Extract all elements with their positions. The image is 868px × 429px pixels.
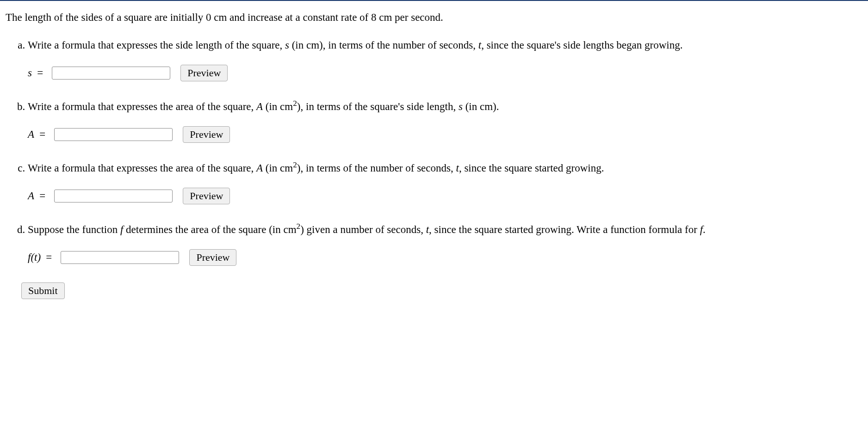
- part-b-text-before: Write a formula that expresses the area …: [28, 101, 256, 112]
- part-a-prompt: Write a formula that expresses the side …: [28, 39, 682, 51]
- part-a-var-s: s: [285, 39, 289, 51]
- part-c-answer-row: A = Preview: [28, 188, 862, 204]
- submit-container: Submit: [6, 282, 862, 299]
- part-b-label-var: A: [28, 129, 34, 140]
- part-a-label-eq: =: [34, 67, 43, 79]
- part-a: Write a formula that expresses the side …: [28, 38, 862, 81]
- part-c-text-before: Write a formula that expresses the area …: [28, 162, 256, 174]
- part-c-text-mid1: (in cm: [263, 162, 293, 174]
- part-d-preview-button[interactable]: Preview: [189, 249, 236, 266]
- part-d-text-end: .: [703, 224, 706, 235]
- part-b-preview-button[interactable]: Preview: [183, 126, 230, 143]
- part-b-label-eq: =: [36, 129, 46, 140]
- part-b-text-after: (in cm).: [463, 101, 499, 112]
- part-d-text-mid2: ) given a number of seconds,: [300, 224, 426, 235]
- part-c-input[interactable]: [54, 190, 173, 202]
- part-a-text-mid1: (in cm), in terms of the number of secon…: [289, 39, 478, 51]
- part-c-prompt: Write a formula that expresses the area …: [28, 162, 604, 174]
- part-b-var-A: A: [256, 101, 263, 112]
- part-b-label: A =: [28, 127, 48, 142]
- part-c-sup: 2: [293, 160, 297, 169]
- part-b-answer-row: A = Preview: [28, 126, 862, 143]
- intro-text: The length of the sides of a square are …: [6, 10, 862, 25]
- part-b-var-s: s: [459, 101, 463, 112]
- submit-button[interactable]: Submit: [21, 282, 65, 299]
- part-d-text-after: , since the square started growing. Writ…: [429, 224, 700, 235]
- part-b-prompt: Write a formula that expresses the area …: [28, 101, 499, 112]
- part-d-label-eq: =: [43, 251, 52, 263]
- part-c-var-A: A: [256, 162, 263, 174]
- part-d-text-before: Suppose the function: [28, 224, 120, 235]
- part-c-text-mid2: ), in terms of the number of seconds,: [297, 162, 456, 174]
- part-b: Write a formula that expresses the area …: [28, 98, 862, 143]
- part-d-label: f(t) =: [28, 250, 54, 265]
- part-a-text-after: , since the square's side lengths began …: [481, 39, 682, 51]
- part-a-preview-button[interactable]: Preview: [180, 65, 228, 81]
- part-c-text-after: , since the square started growing.: [459, 162, 604, 174]
- part-c: Write a formula that expresses the area …: [28, 159, 862, 204]
- part-d-sup: 2: [297, 222, 301, 231]
- part-c-label-var: A: [28, 190, 34, 202]
- part-c-label-eq: =: [36, 190, 46, 202]
- part-c-preview-button[interactable]: Preview: [183, 188, 230, 204]
- part-d: Suppose the function f determines the ar…: [28, 221, 862, 266]
- part-d-prompt: Suppose the function f determines the ar…: [28, 224, 706, 235]
- part-a-text-before: Write a formula that expresses the side …: [28, 39, 285, 51]
- part-b-input[interactable]: [54, 128, 173, 141]
- part-c-label: A =: [28, 189, 48, 203]
- part-a-answer-row: s = Preview: [28, 65, 862, 81]
- top-border: [0, 0, 868, 1]
- part-a-label-var: s: [28, 67, 32, 79]
- part-d-answer-row: f(t) = Preview: [28, 249, 862, 266]
- part-d-text-mid1: determines the area of the square (in cm: [123, 224, 296, 235]
- part-b-text-mid2: ), in terms of the square's side length,: [297, 101, 459, 112]
- part-a-input[interactable]: [52, 67, 170, 80]
- question-content: The length of the sides of a square are …: [0, 10, 868, 308]
- question-list: Write a formula that expresses the side …: [6, 38, 862, 266]
- part-b-sup: 2: [293, 99, 297, 108]
- part-b-text-mid1: (in cm: [263, 101, 293, 112]
- part-d-label-full: f(t): [28, 251, 41, 263]
- part-a-label: s =: [28, 66, 45, 80]
- part-d-input[interactable]: [61, 251, 179, 264]
